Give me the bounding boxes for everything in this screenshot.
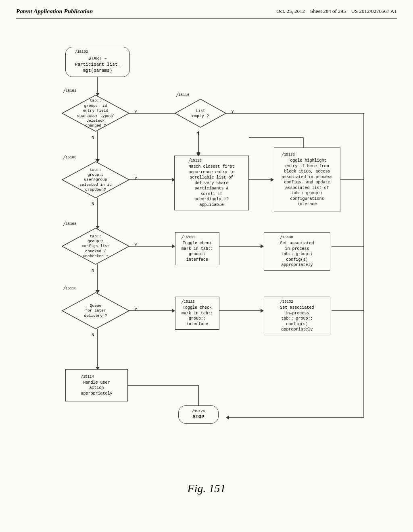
svg-line-37 xyxy=(128,385,182,418)
page-header: Patent Application Publication Oct. 25, … xyxy=(16,8,397,19)
node-15104-label: tab:: group:: id entry field character t… xyxy=(77,98,114,128)
node-15118-label: Match closest first occurrence entry in … xyxy=(188,164,234,208)
node-15120: ╱15120 Toggle check mark in tab:: group:… xyxy=(175,232,219,265)
patent-number: US 2012/0270567 A1 xyxy=(351,8,397,14)
svg-marker-32 xyxy=(261,309,264,313)
svg-marker-15 xyxy=(271,178,274,182)
node-15132: ╱15132 Set associated in-process tab:: g… xyxy=(264,297,330,335)
svg-marker-36 xyxy=(226,416,229,420)
node-15118: ╱15118 Match closest first occurrence en… xyxy=(174,156,249,210)
node-15120-label: Toggle check mark in tab:: group:: inter… xyxy=(181,241,213,262)
node-15108: ╱15108 tab:: group:: configs list checke… xyxy=(61,227,130,266)
node-15122: ╱15122 Toggle check mark in tab:: group:… xyxy=(175,297,219,330)
flowchart-diagram: ╱15102 START – Participant_list_ mgt(par… xyxy=(25,31,388,474)
page: Patent Application Publication Oct. 25, … xyxy=(0,0,413,532)
node-15104: ╱15104 tab:: group:: id entry field char… xyxy=(61,94,130,133)
svg-marker-25 xyxy=(261,244,264,248)
node-15114: ╱15114 Handle user action appropriately xyxy=(65,369,128,401)
node-15122-label: Toggle check mark in tab:: group:: inter… xyxy=(181,305,213,327)
publication-title: Patent Application Publication xyxy=(16,8,93,15)
node-15132-label: Set associated in-process tab:: group:: … xyxy=(280,305,314,332)
node-15126-label: STOP xyxy=(192,414,205,420)
node-15106-label: tab:: group:: user/group selected in id … xyxy=(79,168,112,193)
node-15110-label: Queue for later delivery ? xyxy=(84,303,107,318)
svg-marker-19 xyxy=(196,152,200,156)
node-15116-label: List empty ? xyxy=(192,108,209,119)
node-15110: ╱15110 Queue for later delivery ? Y N xyxy=(61,292,130,330)
node-15126: ╱15126 STOP xyxy=(178,405,219,424)
publication-date: Oct. 25, 2012 xyxy=(276,8,305,14)
sheet-info: Sheet 284 of 295 xyxy=(310,8,346,14)
node-15102: ╱15102 START – Participant_list_ mgt(par… xyxy=(65,47,130,77)
node-15102-label: START – Participant_list_ mgt(params) xyxy=(75,56,120,74)
node-15130: ╱15130 Set associated in-process tab:: g… xyxy=(264,232,330,271)
figure-caption: Fig. 151 xyxy=(16,482,397,495)
node-15116: ╱15116 List empty ? Y N xyxy=(174,98,227,129)
node-15128-label: Toggle highlight entry if here from bloc… xyxy=(282,158,332,207)
svg-marker-21 xyxy=(172,244,175,248)
node-15108-label: tab:: group:: configs list checked / unc… xyxy=(82,234,109,259)
node-15114-label: Handle user action appropriately xyxy=(81,380,112,397)
svg-marker-28 xyxy=(172,309,175,313)
publication-info: Oct. 25, 2012 Sheet 284 of 295 US 2012/0… xyxy=(276,8,397,15)
node-15130-label: Set associated in-process tab:: group:: … xyxy=(280,241,314,268)
node-15128: ╱15128 Toggle highlight entry if here fr… xyxy=(274,148,340,212)
node-15102-id: ╱15102 xyxy=(75,50,120,55)
node-15106: ╱15106 tab:: group:: user/group selected… xyxy=(61,161,130,199)
